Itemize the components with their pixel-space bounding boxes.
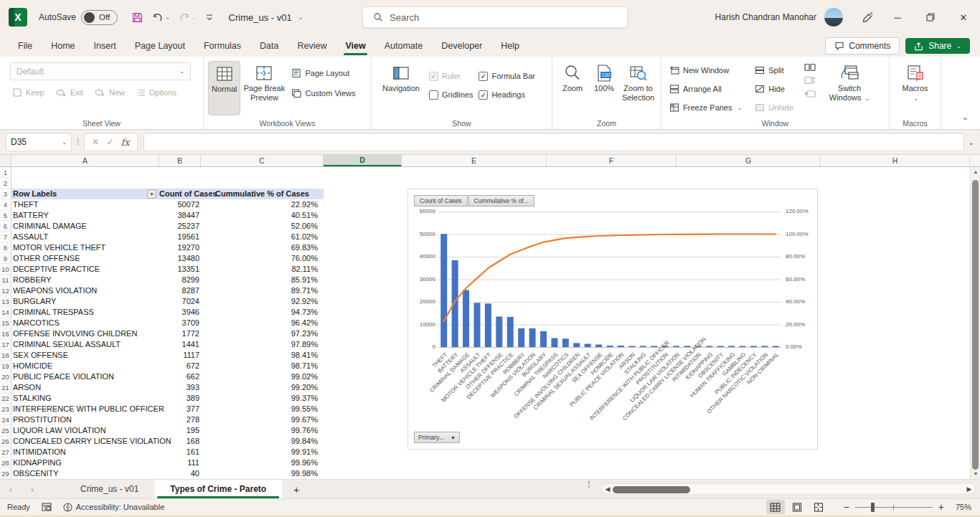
cell-cum-pct[interactable]: 40.51% <box>201 210 324 221</box>
cell-count[interactable]: 195 <box>159 425 201 436</box>
zoom-in-icon[interactable]: + <box>938 503 944 511</box>
cell-cum-pct[interactable]: 22.92% <box>201 199 324 210</box>
cell-count[interactable]: 25237 <box>159 221 201 232</box>
tab-help[interactable]: Help <box>491 36 529 57</box>
column-header-a[interactable]: A <box>11 155 159 166</box>
cell-count[interactable]: 40 <box>159 468 201 479</box>
checkbox-gridlines[interactable]: Gridlines <box>426 87 476 103</box>
cell-cum-pct[interactable]: 99.67% <box>201 414 324 425</box>
cell-count[interactable]: 38447 <box>159 210 201 221</box>
cell-cum-pct[interactable]: 99.20% <box>201 382 324 393</box>
zoom-slider[interactable]: − + <box>844 502 944 512</box>
autosave-toggle[interactable]: Off <box>81 10 118 25</box>
macros-button[interactable]: Macros⌄ <box>899 61 930 115</box>
cell-row-label[interactable]: ASSAULT <box>11 232 159 242</box>
table-row[interactable]: CRIMINAL SEXUAL ASSAULT144197.89% <box>11 339 324 350</box>
cell-row-label[interactable]: BURGLARY <box>11 296 159 307</box>
table-row[interactable]: OTHER OFFENSE1348076.00% <box>11 253 324 264</box>
table-row[interactable]: BURGLARY702492.92% <box>11 296 324 307</box>
row-header-22[interactable]: 22 <box>0 393 11 404</box>
cell-row-label[interactable]: BATTERY <box>11 210 159 221</box>
cell-cum-pct[interactable]: 89.71% <box>201 285 324 296</box>
pareto-chart[interactable]: Count of CasesCummulative % of... Primar… <box>407 189 818 450</box>
sheet-tab-crime-us-v01[interactable]: Crime_us - v01 <box>65 480 154 498</box>
zoom-button[interactable]: Zoom <box>557 61 588 115</box>
formula-input[interactable] <box>143 133 964 151</box>
tab-view[interactable]: View <box>336 36 374 57</box>
workbook-title[interactable]: Crime_us - v01 ⌄ <box>229 12 303 23</box>
row-header-16[interactable]: 16 <box>0 328 11 339</box>
cell-row-label[interactable]: KIDNAPPING <box>11 457 159 468</box>
new-sheet-button[interactable]: + <box>282 480 311 498</box>
cell-cum-pct[interactable]: 99.91% <box>201 447 324 457</box>
scroll-up-icon[interactable]: ▲ <box>971 167 980 177</box>
hide-button[interactable]: Hide <box>751 81 797 97</box>
cell-row-label[interactable]: CRIMINAL TRESPASS <box>11 307 159 318</box>
cell-row-label[interactable]: WEAPONS VIOLATION <box>11 285 159 296</box>
row-header-28[interactable]: 28 <box>0 457 11 468</box>
cell-cum-pct[interactable]: 99.84% <box>201 436 324 447</box>
row-header-7[interactable]: 7 <box>0 232 11 242</box>
row-header-15[interactable]: 15 <box>0 318 11 328</box>
row-header-14[interactable]: 14 <box>0 307 11 318</box>
tab-home[interactable]: Home <box>42 36 84 57</box>
cell-cum-pct[interactable]: 99.02% <box>201 371 324 382</box>
cell-row-label[interactable]: OBSCENITY <box>11 468 159 479</box>
zoom-level[interactable]: 75% <box>947 503 971 511</box>
cell-cum-pct[interactable]: 99.96% <box>201 457 324 468</box>
cell-count[interactable]: 50072 <box>159 199 201 210</box>
zoom-out-icon[interactable]: − <box>844 503 849 511</box>
prev-sheet-icon[interactable]: ‹ <box>0 480 22 498</box>
row-header-9[interactable]: 9 <box>0 253 11 264</box>
row-header-24[interactable]: 24 <box>0 414 11 425</box>
table-row[interactable]: CRIMINAL TRESPASS394694.73% <box>11 307 324 318</box>
comments-button[interactable]: Comments <box>825 37 900 54</box>
status-normal-view-button[interactable] <box>766 500 785 514</box>
cell-count[interactable]: 1772 <box>159 328 201 339</box>
cell-cum-pct[interactable]: 98.71% <box>201 361 324 371</box>
zoom-to-selection-button[interactable]: Zoom to Selection <box>620 61 656 115</box>
table-row[interactable]: ARSON39399.20% <box>11 382 324 393</box>
row-header-12[interactable]: 12 <box>0 285 11 296</box>
minimize-button[interactable]: ─ <box>881 0 914 34</box>
cell-row-label[interactable]: DECEPTIVE PRACTICE <box>11 264 159 275</box>
row-header-26[interactable]: 26 <box>0 436 11 447</box>
cell-count[interactable]: 8287 <box>159 285 201 296</box>
field-button-count-of-cases[interactable]: Count of Cases <box>414 195 468 207</box>
cell-cum-pct[interactable]: 82.11% <box>201 264 324 275</box>
accessibility-status-button[interactable]: Accessibility: Unavailable <box>63 503 165 512</box>
row-header-10[interactable]: 10 <box>0 264 11 275</box>
cell-row-label[interactable]: OFFENSE INVOLVING CHILDREN <box>11 328 159 339</box>
table-row[interactable]: KIDNAPPING11199.96% <box>11 457 324 468</box>
search-box[interactable]: Search <box>362 6 628 28</box>
zoom-100-button[interactable]: 100 100% <box>588 61 620 115</box>
table-row[interactable]: NARCOTICS370996.42% <box>11 318 324 328</box>
view-side-by-side-button[interactable] <box>804 63 816 72</box>
save-button[interactable] <box>128 9 147 27</box>
column-header-h[interactable]: H <box>821 155 970 166</box>
cell-count[interactable]: 7024 <box>159 296 201 307</box>
expand-formula-bar-icon[interactable]: ⌄ <box>969 138 974 146</box>
cell-row-label[interactable]: THEFT <box>11 199 159 210</box>
cell-count[interactable]: 672 <box>159 361 201 371</box>
table-row[interactable]: LIQUOR LAW VIOLATION19599.76% <box>11 425 324 436</box>
checkbox-headings[interactable]: ✓Headings <box>476 87 538 103</box>
collapse-ribbon-button[interactable]: ⌄ <box>962 113 969 122</box>
new-window-button[interactable]: New Window <box>666 62 745 78</box>
column-header-f[interactable]: F <box>547 155 677 166</box>
horizontal-scrollbar[interactable]: ◀ ▶ <box>601 483 976 495</box>
share-button[interactable]: Share ⌄ <box>905 38 970 54</box>
cell-row-label[interactable]: CONCEALED CARRY LICENSE VIOLATION <box>11 436 159 447</box>
table-row[interactable]: ASSAULT1956161.02% <box>11 232 324 242</box>
tab-review[interactable]: Review <box>288 36 336 57</box>
cell-row-label[interactable]: HOMICIDE <box>11 361 159 371</box>
row-header-5[interactable]: 5 <box>0 210 11 221</box>
table-row[interactable]: INTIMIDATION16199.91% <box>11 447 324 457</box>
row-header-6[interactable]: 6 <box>0 221 11 232</box>
formula-bar-handle[interactable]: ⁞ <box>77 137 79 147</box>
tab-page-layout[interactable]: Page Layout <box>126 36 194 57</box>
zoom-track[interactable] <box>855 502 933 512</box>
cell-count[interactable]: 393 <box>159 382 201 393</box>
cell-count[interactable]: 8299 <box>159 275 201 285</box>
row-header-23[interactable]: 23 <box>0 404 11 414</box>
